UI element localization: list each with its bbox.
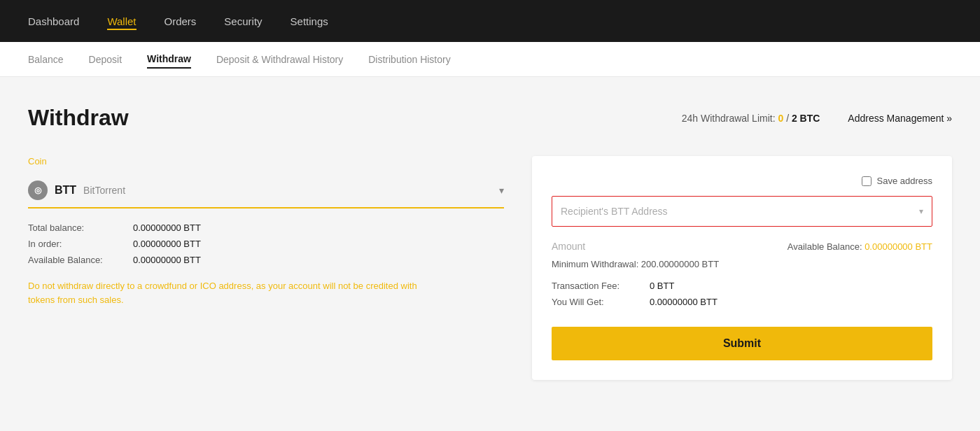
amount-label: Amount: [552, 241, 585, 252]
header-right: 24h Withdrawal Limit: 0 / 2 BTC Address …: [682, 113, 952, 124]
warning-text: Do not withdraw directly to a crowdfund …: [28, 279, 420, 306]
withdrawal-used: 0: [778, 113, 783, 124]
withdrawal-total: 2 BTC: [792, 113, 820, 124]
withdrawal-limit-label: 24h Withdrawal Limit:: [682, 113, 776, 124]
subnav-item-distribution-history[interactable]: Distribution History: [368, 51, 450, 68]
left-column: Coin ◎ BTT BitTorrent ▾ Total balance: 0…: [28, 156, 504, 380]
address-management-link[interactable]: Address Management »: [848, 113, 952, 124]
save-address-label: Save address: [877, 176, 933, 186]
coin-dropdown-arrow-icon: ▾: [499, 185, 504, 196]
page-header: Withdraw 24h Withdrawal Limit: 0 / 2 BTC…: [28, 105, 952, 131]
available-balance-display-label: Available Balance:: [788, 241, 862, 252]
you-will-get-label: You Will Get:: [552, 297, 650, 307]
main-content: Withdraw 24h Withdrawal Limit: 0 / 2 BTC…: [0, 77, 980, 431]
transaction-fee-value: 0 BTT: [650, 281, 674, 291]
coin-section-label: Coin: [28, 156, 504, 167]
coin-icon-letter: ◎: [34, 185, 41, 195]
balance-info: Total balance: 0.00000000 BTT In order: …: [28, 222, 504, 265]
coin-icon: ◎: [28, 181, 48, 200]
you-will-get-value: 0.00000000 BTT: [650, 297, 718, 307]
nav-item-orders[interactable]: Orders: [164, 13, 197, 30]
subnav-item-balance[interactable]: Balance: [28, 51, 64, 68]
nav-item-dashboard[interactable]: Dashboard: [28, 13, 79, 30]
coin-symbol: BTT: [55, 184, 76, 197]
recipient-address-container[interactable]: ▾: [552, 196, 932, 227]
nav-item-settings[interactable]: Settings: [290, 13, 328, 30]
you-will-get-row: You Will Get: 0.00000000 BTT: [552, 297, 932, 307]
in-order-label: In order:: [28, 239, 133, 249]
amount-row: Amount Available Balance: 0.00000000 BTT: [552, 241, 932, 252]
total-balance-value: 0.00000000 BTT: [133, 222, 201, 233]
subnav-item-deposit[interactable]: Deposit: [89, 51, 122, 68]
available-balance-display-value: 0.00000000 BTT: [864, 241, 932, 252]
coin-fullname: BitTorrent: [83, 185, 492, 196]
available-balance-label: Available Balance:: [28, 255, 133, 265]
in-order-value: 0.00000000 BTT: [133, 239, 201, 249]
withdrawal-limit: 24h Withdrawal Limit: 0 / 2 BTC: [682, 113, 820, 124]
nav-item-wallet[interactable]: Wallet: [107, 13, 136, 30]
min-withdrawal-text: Minimum Withdrawal: 200.00000000 BTT: [552, 259, 932, 269]
subnav-item-deposit-withdrawal-history[interactable]: Deposit & Withdrawal History: [216, 51, 343, 68]
address-dropdown-arrow-icon: ▾: [919, 206, 923, 216]
sub-navigation: Balance Deposit Withdraw Deposit & Withd…: [0, 42, 980, 77]
page-title: Withdraw: [28, 105, 129, 131]
transaction-fee-row: Transaction Fee: 0 BTT: [552, 281, 932, 291]
submit-button[interactable]: Submit: [552, 327, 932, 360]
available-balance-row: Available Balance: 0.00000000 BTT: [28, 255, 504, 265]
available-balance-value: 0.00000000 BTT: [133, 255, 201, 265]
withdraw-form-panel: Save address ▾ Amount Available Balance:…: [532, 156, 952, 380]
transaction-fee-label: Transaction Fee:: [552, 281, 650, 291]
save-address-checkbox[interactable]: [862, 176, 872, 186]
save-address-row: Save address: [552, 176, 932, 186]
in-order-row: In order: 0.00000000 BTT: [28, 239, 504, 249]
total-balance-label: Total balance:: [28, 222, 133, 233]
coin-selector[interactable]: ◎ BTT BitTorrent ▾: [28, 174, 504, 209]
available-balance-display: Available Balance: 0.00000000 BTT: [788, 241, 932, 252]
recipient-address-input[interactable]: [561, 206, 919, 217]
nav-item-security[interactable]: Security: [224, 13, 262, 30]
total-balance-row: Total balance: 0.00000000 BTT: [28, 222, 504, 233]
top-navigation: Dashboard Wallet Orders Security Setting…: [0, 0, 980, 42]
right-column: Save address ▾ Amount Available Balance:…: [532, 156, 952, 380]
subnav-item-withdraw[interactable]: Withdraw: [147, 50, 191, 69]
two-column-layout: Coin ◎ BTT BitTorrent ▾ Total balance: 0…: [28, 156, 952, 380]
withdrawal-separator: /: [786, 113, 792, 124]
